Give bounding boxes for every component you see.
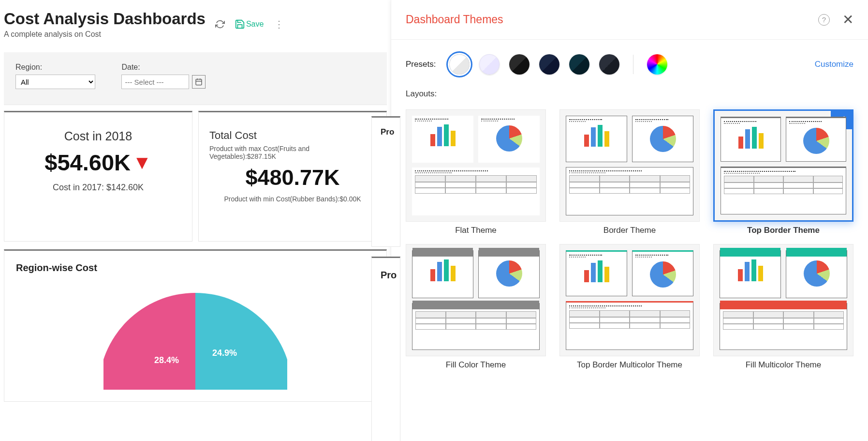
trend-down-icon: ▼ (132, 152, 152, 173)
save-button[interactable]: Save (235, 19, 264, 30)
layout-name-fill-multi: Fill Multicolor Theme (713, 360, 853, 370)
cost-2018-widget: Cost in 2018 $54.60K ▼ Cost in 2017: $14… (4, 111, 192, 242)
region-filter-label: Region: (15, 63, 95, 72)
layout-name-top-border: Top Border Theme (713, 226, 853, 235)
region-pie-chart: 28.4% 24.9% (103, 288, 287, 390)
layout-card-top-border[interactable]: ✓ (713, 109, 853, 222)
preset-swatch-navy[interactable] (539, 54, 559, 75)
filter-bar: Region: All Date: (4, 52, 387, 105)
preset-swatch-slate[interactable] (599, 54, 619, 75)
partial-widget-2: Pro (371, 257, 400, 441)
themes-title: Dashboard Themes (406, 13, 503, 26)
region-select[interactable]: All (15, 75, 95, 89)
page-subtitle: A complete analysis on Cost (4, 30, 206, 39)
preset-swatch-black[interactable] (509, 54, 530, 75)
preset-swatch-light[interactable] (449, 54, 470, 75)
layout-card-fill-color[interactable] (406, 244, 546, 356)
date-filter-label: Date: (121, 63, 206, 72)
date-input[interactable] (121, 75, 189, 89)
total-cost-widget: Total Cost Product with max Cost(Fruits … (198, 111, 387, 242)
pie-label-left: 28.4% (154, 355, 179, 365)
cost-2018-title: Cost in 2018 (15, 129, 181, 143)
total-cost-min: Product with min Cost(Rubber Bands):$0.0… (209, 195, 376, 203)
refresh-icon[interactable] (214, 18, 226, 30)
layout-card-fill-multi[interactable] (713, 244, 853, 356)
page-title: Cost Analysis Dashboards (4, 10, 206, 28)
layout-name-flat: Flat Theme (406, 226, 546, 235)
customize-link[interactable]: Customize (815, 60, 853, 69)
layout-card-flat[interactable] (406, 109, 546, 222)
layout-card-top-border-multi[interactable] (559, 244, 700, 356)
themes-panel: Dashboard Themes ? ✕ Presets: Customize … (391, 0, 868, 441)
pie-label-right: 24.9% (212, 348, 237, 358)
save-label: Save (246, 20, 264, 29)
layout-name-top-border-multi: Top Border Multicolor Theme (559, 360, 700, 370)
region-cost-widget: Region-wise Cost 28.4% 24.9% (4, 249, 387, 402)
help-icon[interactable]: ? (818, 14, 830, 26)
partial-widget-1: Pro (371, 116, 400, 247)
total-cost-value: $480.77K (209, 165, 376, 190)
calendar-icon[interactable] (192, 75, 206, 89)
preset-swatch-custom-color[interactable] (647, 54, 667, 75)
cost-2018-value: $54.60K (44, 149, 131, 176)
presets-divider (633, 55, 633, 74)
layouts-label: Layouts: (391, 82, 868, 99)
total-cost-title: Total Cost (209, 129, 376, 142)
layout-name-border: Border Theme (559, 226, 700, 235)
layout-card-border[interactable] (559, 109, 700, 222)
total-cost-max: Product with max Cost(Fruits and Vegetab… (209, 145, 376, 160)
region-cost-title: Region-wise Cost (16, 262, 375, 274)
svg-rect-0 (196, 79, 202, 85)
more-menu-icon[interactable]: ⋮ (272, 18, 286, 30)
close-icon[interactable]: ✕ (842, 12, 853, 28)
preset-swatch-pale[interactable] (479, 54, 500, 75)
preset-swatch-teal[interactable] (569, 54, 589, 75)
presets-label: Presets: (406, 60, 436, 69)
cost-2017-value: Cost in 2017: $142.60K (15, 182, 181, 193)
layout-name-fill-color: Fill Color Theme (406, 360, 546, 370)
